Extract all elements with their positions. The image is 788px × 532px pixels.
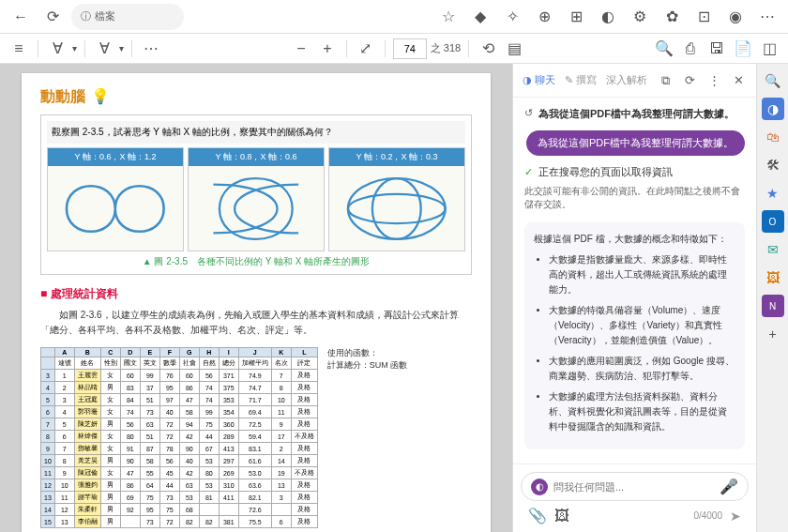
more-tools-icon[interactable]: ⋯	[140, 38, 162, 60]
status-text: 正在搜尋您的頁面以取得資訊	[538, 165, 673, 179]
rail-tools-icon[interactable]: 🛠	[762, 154, 784, 176]
svg-point-2	[372, 178, 421, 239]
user-prompt-pill: 為我從這個PDF檔中為我整理何謂大數據。	[526, 130, 745, 156]
lissajous-header-3: Y 軸：0.2，X 軸：0.3	[329, 148, 464, 166]
svg-point-1	[348, 193, 446, 222]
side-label-1: 使用的函數：	[327, 347, 408, 359]
chat-input[interactable]	[553, 481, 714, 493]
rail-onenote-icon[interactable]: N	[762, 295, 784, 317]
back-button[interactable]: ←	[8, 4, 34, 30]
rotate-icon[interactable]: ⟲	[477, 38, 499, 60]
mic-icon[interactable]: 🎤	[720, 478, 738, 495]
side-label-2: 計算總分：SUM 函數	[327, 359, 408, 372]
answer-bullet: 大數據的特徵具備容量（Volume）、速度（Velocity）、多樣性（Vari…	[549, 303, 735, 348]
rail-search-icon[interactable]: 🔍	[762, 69, 784, 92]
ext7-icon[interactable]: ✿	[659, 4, 685, 30]
layout-icon[interactable]: ▤	[503, 38, 525, 60]
ext8-icon[interactable]: ⊡	[690, 4, 717, 30]
right-rail: 🔍 ◑ 🛍 🛠 ★ O ✉ 🖼 N +	[756, 64, 788, 532]
open-icon[interactable]: 📄	[732, 38, 754, 60]
more-icon[interactable]: ⋮	[705, 72, 722, 89]
ext4-icon[interactable]: ⊞	[563, 4, 589, 30]
rail-mail-icon[interactable]: ✉	[762, 238, 784, 261]
ext1-icon[interactable]: ◆	[467, 4, 493, 30]
answer-intro: 根據這個 PDF 檔，大數據的概念和特徵如下：	[534, 232, 735, 247]
copilot-panel: ◑聊天 ✎撰寫 深入解析 ⧉ ⟳ ⋮ ✕ ↺ 為我從這個PDF檔中為我整理何謂大…	[512, 64, 756, 532]
ext3-icon[interactable]: ⊕	[531, 4, 557, 30]
lissajous-plot-3	[329, 166, 464, 251]
lissajous-header-2: Y 軸：0.8，X 軸：0.6	[189, 148, 324, 166]
figure-box: 觀察圖 2-3.5，試著思考 Y 軸和 X 軸的比例，察覺其中的關係為何？ Y …	[40, 114, 472, 275]
history-icon: ↺	[524, 107, 533, 119]
figure-caption: 圖 2-3.5 各種不同比例的 Y 軸和 X 軸所產生的圖形	[47, 255, 465, 268]
save-icon[interactable]: 🖫	[705, 38, 728, 60]
address-bar[interactable]: ⓘ檔案	[71, 4, 184, 30]
rail-image-icon[interactable]: 🖼	[762, 266, 784, 289]
ext5-icon[interactable]: ◐	[595, 4, 621, 30]
page-number-input[interactable]	[393, 38, 427, 59]
external-icon[interactable]: ⧉	[657, 72, 674, 89]
lissajous-plot-1	[48, 166, 183, 251]
doc-title: 動動腦	[40, 87, 472, 107]
privacy-note: 此交談可能有非公開的資訊。在此時間點之後將不會儲存交談。	[524, 185, 745, 211]
print-icon[interactable]: ⎙	[679, 38, 702, 60]
rail-star-icon[interactable]: ★	[762, 182, 784, 205]
star-icon[interactable]: ☆	[435, 4, 462, 30]
lissajous-plot-2	[189, 166, 324, 251]
menu-icon[interactable]: ⋯	[754, 4, 780, 30]
fit-icon[interactable]: ⤢	[355, 38, 377, 60]
menu-toggle-icon[interactable]: ≡	[8, 38, 30, 60]
answer-bullet: 大數據是指數據量龐大、來源多樣、即時性高的資料，超出人工或傳統資訊系統的處理能力…	[549, 252, 735, 297]
answer-bullet: 大數據的應用範圍廣泛，例如 Google 搜尋、商業趨勢、疾病防治、犯罪打擊等。	[549, 354, 735, 384]
bookmark-icon[interactable]: ◫	[758, 38, 780, 60]
rail-copilot-icon[interactable]: ◑	[762, 98, 784, 120]
close-icon[interactable]: ✕	[730, 72, 747, 89]
pdf-viewer[interactable]: 動動腦 觀察圖 2-3.5，試著思考 Y 軸和 X 軸的比例，察覺其中的關係為何…	[0, 64, 512, 532]
copilot-logo-icon: ◐	[531, 479, 548, 495]
highlight-tool-icon[interactable]: ∀	[93, 38, 115, 60]
answer-card: 根據這個 PDF 檔，大數據的概念和特徵如下： 大數據是指數據量龐大、來源多樣、…	[524, 222, 745, 449]
rail-outlook-icon[interactable]: O	[762, 210, 784, 233]
profile-icon[interactable]: ◉	[722, 4, 749, 30]
page-total-label: 之 318	[431, 41, 461, 55]
tab-compose[interactable]: ✎撰寫	[565, 73, 597, 87]
ext6-icon[interactable]: ⚙	[627, 4, 653, 30]
rail-add-icon[interactable]: +	[762, 323, 784, 345]
tab-chat[interactable]: ◑聊天	[523, 73, 555, 87]
body-paragraph: 如圖 2-3.6，以建立學生的成績表為例，先輸入或匯入學生的基本資料和成績，再設…	[40, 308, 472, 338]
pdf-page: 動動腦 觀察圖 2-3.5，試著思考 Y 軸和 X 軸的比例，察覺其中的關係為何…	[22, 73, 491, 532]
zoom-in-icon[interactable]: +	[316, 38, 339, 60]
attach-icon[interactable]: 📎	[528, 507, 547, 524]
tab-insights[interactable]: 深入解析	[606, 73, 647, 87]
refresh-button[interactable]: ⟳	[39, 4, 66, 30]
ext2-icon[interactable]: ✧	[499, 4, 525, 30]
figure-question: 觀察圖 2-3.5，試著思考 Y 軸和 X 軸的比例，察覺其中的關係為何？	[47, 121, 465, 144]
check-icon: ✓	[524, 166, 533, 178]
answer-bullet: 大數據的處理方法包括資料探勘、資料分析、資料視覺化和資訊圖表等，目的是從資料中發…	[549, 389, 735, 434]
image-icon[interactable]: 🖼	[554, 508, 569, 524]
char-counter: 0/4000	[693, 510, 722, 521]
spreadsheet-table: ABCDEFGHIJKL 連號姓名性別國文英文數學社會自然總分加權平均名次評定 …	[40, 347, 318, 528]
refresh-chat-icon[interactable]: ⟳	[681, 72, 698, 89]
rail-shopping-icon[interactable]: 🛍	[762, 126, 784, 148]
svg-point-0	[348, 178, 446, 239]
lissajous-header-1: Y 軸：0.6，X 軸：1.2	[48, 148, 183, 166]
zoom-out-icon[interactable]: −	[290, 38, 312, 60]
send-button[interactable]: ➤	[730, 509, 741, 524]
section-heading: 處理統計資料	[40, 286, 472, 302]
select-tool-icon[interactable]: ∀	[46, 38, 68, 60]
prompt-echo: 為我從這個PDF檔中為我整理何謂大數據。	[538, 107, 735, 121]
search-icon[interactable]: 🔍	[653, 38, 675, 60]
